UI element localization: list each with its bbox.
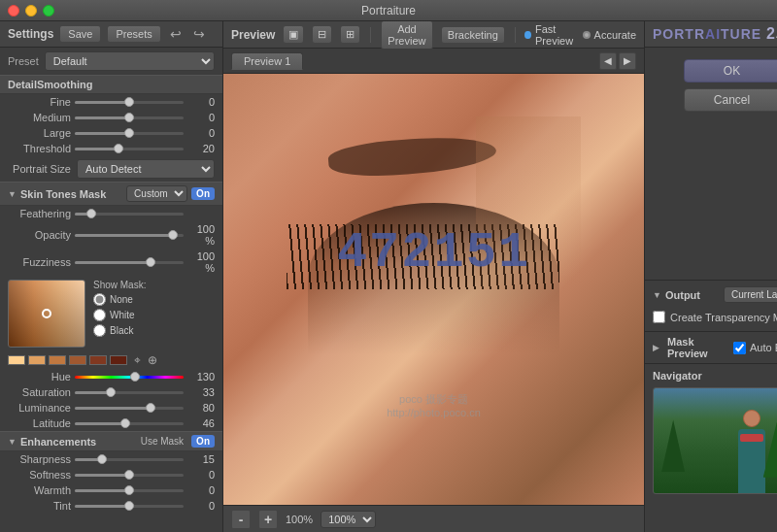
auto-expand-label: Auto Expand — [750, 342, 777, 353]
zoom-plus-button[interactable]: + — [258, 510, 278, 529]
swatch-2[interactable] — [28, 355, 46, 365]
presets-button[interactable]: Presets — [107, 25, 160, 43]
none-radio-label: None — [110, 294, 133, 305]
portrait-size-select[interactable]: Auto Detect — [77, 159, 215, 179]
output-collapse-icon[interactable]: ▼ — [653, 290, 661, 300]
detail-smoothing-label: DetailSmoothing — [8, 79, 92, 90]
mask-preview-label: Mask Preview — [667, 336, 729, 359]
white-radio-input[interactable] — [93, 309, 106, 321]
preset-select[interactable]: Default — [45, 51, 215, 71]
fuzziness-track[interactable] — [75, 261, 184, 264]
single-view-button[interactable]: ▣ — [283, 25, 304, 44]
preset-row: Preset Default — [0, 48, 222, 75]
zoom-select[interactable]: 100% 50% 200% Fit — [321, 511, 376, 528]
settings-label: Settings — [8, 27, 53, 41]
black-radio[interactable]: Black — [93, 324, 146, 337]
add-preview-button[interactable]: Add Preview — [381, 20, 433, 50]
black-radio-input[interactable] — [93, 324, 106, 337]
fast-preview-radio[interactable]: Fast Preview — [524, 23, 574, 47]
saturation-track[interactable] — [75, 391, 184, 394]
skin-tones-custom-select[interactable]: Custom — [126, 185, 187, 202]
none-radio[interactable]: None — [93, 293, 146, 306]
minimize-button[interactable] — [25, 5, 37, 17]
swatch-1[interactable] — [8, 355, 25, 365]
white-radio-label: White — [110, 310, 135, 320]
cancel-button[interactable]: Cancel — [684, 88, 777, 112]
eyedropper-icon[interactable]: ⌖ — [134, 353, 141, 367]
tint-value: 0 — [187, 500, 215, 512]
prev-nav-button[interactable]: ◀ — [599, 52, 617, 70]
next-nav-button[interactable]: ▶ — [619, 52, 636, 70]
luminance-track[interactable] — [75, 407, 184, 410]
save-button[interactable]: Save — [59, 25, 101, 43]
tint-slider-row: Tint 0 — [0, 498, 222, 514]
hue-track[interactable] — [75, 376, 184, 379]
feathering-track[interactable] — [75, 213, 184, 216]
large-value: 0 — [187, 127, 215, 139]
close-button[interactable] — [8, 5, 19, 17]
black-radio-label: Black — [110, 325, 133, 336]
latitude-slider-row: Latitude 46 — [0, 416, 222, 431]
skin-tones-on-badge[interactable]: On — [191, 187, 215, 200]
medium-track[interactable] — [75, 116, 184, 119]
preview-nav: ◀ ▶ — [599, 52, 636, 70]
navigator-label: Navigator — [653, 370, 777, 382]
swatch-4[interactable] — [69, 355, 86, 365]
preview-label: Preview — [231, 28, 275, 42]
accurate-radio[interactable]: Accurate — [583, 29, 636, 41]
enhancements-collapse-icon[interactable]: ▼ — [8, 437, 17, 447]
accurate-label: Accurate — [594, 29, 636, 41]
split-view-button[interactable]: ⊟ — [312, 25, 332, 44]
preset-label: Preset — [8, 55, 39, 67]
fine-track[interactable] — [75, 101, 184, 104]
swatch-6[interactable] — [110, 355, 127, 365]
skin-tones-mask-header: ▼ Skin Tones Mask Custom On — [0, 182, 222, 206]
swatch-3[interactable] — [49, 355, 66, 365]
latitude-track[interactable] — [75, 422, 184, 425]
use-mask-label: Use Mask — [141, 436, 184, 447]
plus-eyedropper-icon[interactable]: ⊕ — [148, 353, 157, 367]
large-track[interactable] — [75, 132, 184, 135]
fuzziness-slider-row: Fuzziness 100 % — [0, 249, 222, 276]
sharpness-value: 15 — [187, 453, 215, 465]
auto-expand-checkbox[interactable] — [733, 342, 746, 354]
dual-view-button[interactable]: ⊞ — [340, 25, 360, 44]
zoom-minus-button[interactable]: - — [231, 510, 251, 529]
swatch-5[interactable] — [89, 355, 107, 365]
fine-value: 0 — [187, 96, 215, 108]
bracketing-button[interactable]: Bracketing — [441, 26, 505, 44]
right-spacer — [645, 123, 777, 280]
tint-track[interactable] — [75, 505, 184, 508]
sharpness-track[interactable] — [75, 458, 184, 461]
preview-tab-1[interactable]: Preview 1 — [231, 52, 303, 70]
maximize-button[interactable] — [43, 5, 54, 17]
hue-slider-row: Hue 130 — [0, 369, 222, 384]
navigator-section: Navigator — [645, 363, 777, 532]
preview-canvas[interactable]: 472151 poco 摄影专题 http://photo.poco.cn — [223, 74, 644, 505]
output-layer-select[interactable]: Current Layer — [724, 286, 777, 303]
enhancements-on-badge[interactable]: On — [191, 435, 215, 448]
ok-button[interactable]: OK — [684, 59, 777, 83]
create-transparency-checkbox[interactable] — [653, 311, 665, 323]
output-label: Output — [665, 289, 720, 301]
opacity-track[interactable] — [75, 234, 184, 237]
color-gradient[interactable] — [8, 280, 85, 348]
medium-slider-row: Medium 0 — [0, 110, 222, 125]
large-slider-row: Large 0 — [0, 125, 222, 141]
undo-button[interactable]: ↩ — [167, 25, 185, 43]
skin-tones-collapse-icon[interactable]: ▼ — [8, 189, 17, 199]
navigator-thumbnail[interactable] — [653, 387, 777, 494]
traffic-lights — [8, 5, 54, 17]
create-transparency-label: Create Transparency Mask — [670, 312, 777, 323]
mask-preview-collapse-icon[interactable]: ▶ — [653, 343, 659, 352]
redo-button[interactable]: ↪ — [190, 25, 208, 43]
threshold-track[interactable] — [75, 148, 184, 150]
opacity-value: 100 % — [187, 223, 215, 247]
white-radio[interactable]: White — [93, 309, 146, 321]
warmth-track[interactable] — [75, 489, 184, 492]
softness-track[interactable] — [75, 474, 184, 477]
medium-value: 0 — [187, 112, 215, 123]
toolbar-separator — [370, 27, 371, 43]
watermark-line1: poco 摄影专题 — [387, 392, 481, 407]
none-radio-input[interactable] — [93, 293, 106, 306]
